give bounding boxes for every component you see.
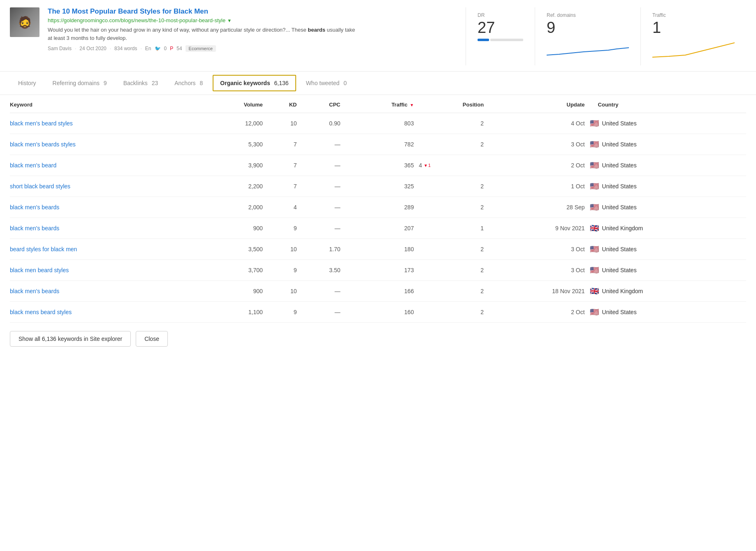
keyword-cell[interactable]: beard styles for black men bbox=[10, 239, 204, 260]
col-cpc[interactable]: CPC bbox=[302, 95, 346, 113]
keyword-cell[interactable]: black men's beards bbox=[10, 218, 204, 239]
country-name: United States bbox=[602, 267, 637, 273]
article-tag: Ecommerce bbox=[186, 45, 216, 52]
country-name: United Kingdom bbox=[602, 225, 643, 232]
country-flag: 🇺🇸 bbox=[590, 308, 599, 317]
ref-value: 9 bbox=[547, 20, 629, 35]
ref-domains-metric: Ref. domains 9 bbox=[535, 7, 640, 65]
update-cell: 3 Oct bbox=[489, 134, 589, 155]
table-row: black mens beard styles 1,100 9 — 160 2 … bbox=[10, 302, 746, 323]
tab-who-tweeted[interactable]: Who tweeted 0 bbox=[298, 73, 355, 94]
show-all-button[interactable]: Show all 6,136 keywords in Site explorer bbox=[10, 331, 131, 347]
col-volume[interactable]: Volume bbox=[204, 95, 268, 113]
nav-tabs: History Referring domains 9 Backlinks 23… bbox=[0, 72, 756, 95]
volume-cell: 3,500 bbox=[204, 239, 268, 260]
pinterest-icon: P bbox=[170, 46, 173, 51]
article-header: 🧔 The 10 Most Popular Beard Styles for B… bbox=[0, 0, 756, 72]
tab-who-tweeted-label: Who tweeted bbox=[306, 80, 340, 86]
position-td: 2 bbox=[419, 260, 489, 281]
keyword-cell[interactable]: black men's beard styles bbox=[10, 113, 204, 134]
country-cell: 🇺🇸 United States bbox=[590, 134, 746, 155]
col-traffic[interactable]: Traffic ▼ bbox=[345, 95, 419, 113]
table-row: black men's beard styles 12,000 10 0.90 … bbox=[10, 113, 746, 134]
thumbnail-image: 🧔 bbox=[10, 7, 39, 37]
keyword-cell[interactable]: black men beard styles bbox=[10, 260, 204, 281]
traffic-cell: 166 bbox=[345, 281, 419, 302]
tab-organic-keywords[interactable]: Organic keywords 6,136 bbox=[213, 75, 296, 91]
footer-buttons: Show all 6,136 keywords in Site explorer… bbox=[0, 323, 756, 355]
country-name: United States bbox=[602, 309, 637, 315]
kd-cell: 7 bbox=[268, 134, 302, 155]
position-td: 2 bbox=[419, 176, 489, 197]
col-position[interactable]: Position bbox=[419, 95, 489, 113]
position-value: 4 bbox=[419, 162, 422, 169]
bar-fill bbox=[478, 39, 489, 41]
position-td: 1 bbox=[419, 218, 489, 239]
dr-value: 27 bbox=[478, 20, 523, 35]
volume-cell: 900 bbox=[204, 281, 268, 302]
tab-referring-domains[interactable]: Referring domains 9 bbox=[44, 73, 115, 94]
article-info: The 10 Most Popular Beard Styles for Bla… bbox=[48, 7, 457, 65]
position-value: 1 bbox=[480, 225, 484, 232]
kd-cell: 9 bbox=[268, 302, 302, 323]
position-value: 2 bbox=[480, 204, 484, 211]
position-value: 2 bbox=[480, 183, 484, 190]
position-td: 2 bbox=[419, 197, 489, 218]
pinterest-count: 54 bbox=[176, 46, 182, 51]
col-country: Country bbox=[590, 95, 746, 113]
article-url-row: https://goldengroomingco.com/blogs/news/… bbox=[48, 17, 457, 23]
tab-backlinks-count: 23 bbox=[152, 80, 158, 86]
position-td: 2 bbox=[419, 239, 489, 260]
position-cell: 4 ▼1 bbox=[419, 162, 484, 169]
country-cell: 🇺🇸 United States bbox=[590, 197, 746, 218]
article-words: 834 words bbox=[114, 46, 137, 51]
tab-history[interactable]: History bbox=[10, 73, 44, 94]
country-flag: 🇺🇸 bbox=[590, 245, 599, 254]
country-cell: 🇬🇧 United Kingdom bbox=[590, 281, 746, 302]
article-title[interactable]: The 10 Most Popular Beard Styles for Bla… bbox=[48, 7, 457, 16]
col-keyword: Keyword bbox=[10, 95, 204, 113]
traffic-label: Traffic bbox=[652, 12, 735, 18]
article-url-link[interactable]: https://goldengroomingco.com/blogs/news/… bbox=[48, 17, 225, 23]
dr-metric: DR 27 bbox=[466, 7, 535, 65]
traffic-sort-icon: ▼ bbox=[410, 103, 414, 107]
traffic-cell: 365 bbox=[345, 155, 419, 176]
country-flag: 🇺🇸 bbox=[590, 119, 599, 128]
table-row: black men's beard 3,900 7 — 365 4 ▼1 2 O… bbox=[10, 155, 746, 176]
traffic-metric: Traffic 1 bbox=[640, 7, 746, 65]
keyword-cell[interactable]: black men's beards styles bbox=[10, 134, 204, 155]
traffic-cell: 160 bbox=[345, 302, 419, 323]
page-wrapper: 🧔 The 10 Most Popular Beard Styles for B… bbox=[0, 0, 756, 551]
update-cell: 3 Oct bbox=[489, 260, 589, 281]
cpc-cell: 1.70 bbox=[302, 239, 346, 260]
col-kd[interactable]: KD bbox=[268, 95, 302, 113]
tab-backlinks[interactable]: Backlinks 23 bbox=[115, 73, 167, 94]
keyword-cell[interactable]: short black beard styles bbox=[10, 176, 204, 197]
position-value: 2 bbox=[480, 267, 484, 273]
keyword-cell[interactable]: black mens beard styles bbox=[10, 302, 204, 323]
country-name: United Kingdom bbox=[602, 288, 643, 294]
traffic-value: 1 bbox=[652, 20, 735, 35]
keyword-cell[interactable]: black men's beards bbox=[10, 197, 204, 218]
traffic-cell: 782 bbox=[345, 134, 419, 155]
traffic-cell: 325 bbox=[345, 176, 419, 197]
country-cell: 🇺🇸 United States bbox=[590, 155, 746, 176]
cpc-cell: — bbox=[302, 155, 346, 176]
position-value: 2 bbox=[480, 141, 484, 148]
cpc-cell: — bbox=[302, 218, 346, 239]
keyword-cell[interactable]: black men's beards bbox=[10, 281, 204, 302]
update-cell: 2 Oct bbox=[489, 155, 589, 176]
twitter-count: 0 bbox=[164, 46, 167, 51]
close-button[interactable]: Close bbox=[136, 331, 168, 347]
keyword-cell[interactable]: black men's beard bbox=[10, 155, 204, 176]
country-cell: 🇺🇸 United States bbox=[590, 239, 746, 260]
tab-anchors-label: Anchors bbox=[174, 80, 195, 86]
url-dropdown-icon[interactable]: ▼ bbox=[227, 18, 232, 23]
volume-cell: 3,700 bbox=[204, 260, 268, 281]
position-td: 4 ▼1 bbox=[419, 155, 489, 176]
tab-anchors[interactable]: Anchors 8 bbox=[166, 73, 211, 94]
col-update[interactable]: Update bbox=[489, 95, 589, 113]
country-flag: 🇺🇸 bbox=[590, 182, 599, 191]
update-cell: 9 Nov 2021 bbox=[489, 218, 589, 239]
position-value: 2 bbox=[480, 120, 484, 127]
